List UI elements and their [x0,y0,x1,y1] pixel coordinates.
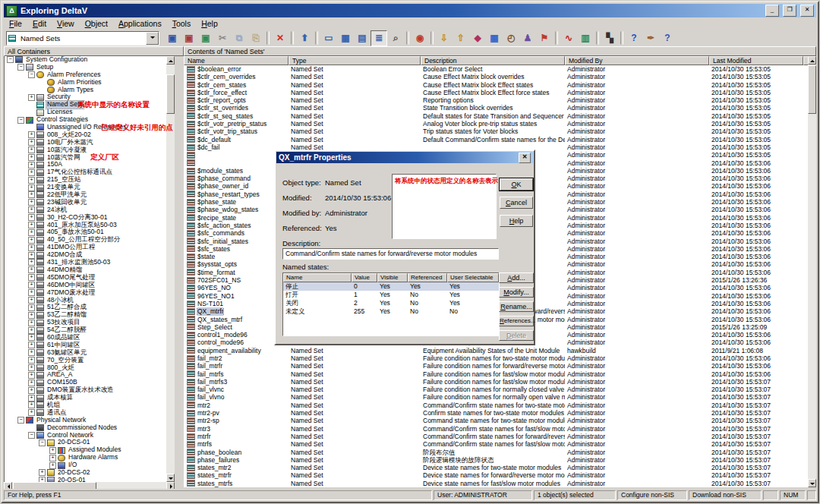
toolbar-icon[interactable] [555,31,558,45]
tree-expander-icon[interactable]: + [28,169,35,176]
tree-vscroll-thumb[interactable] [166,74,175,114]
about-icon[interactable]: ? [626,30,642,46]
total-view-icon[interactable]: ◉ [412,30,428,46]
col-visible[interactable]: Visible [377,273,408,282]
$ctlr_cem_states[interactable]: $ctlr_cem_states Named Set Cause Effect … [184,81,808,89]
tree-expander-icon[interactable]: + [28,349,35,356]
small-icons-view-icon[interactable]: ▦ [337,30,354,46]
tree-expander-icon[interactable]: − [17,64,24,71]
tree-expander-icon[interactable]: + [28,244,35,251]
toolbar-icon[interactable] [620,31,623,45]
mtr2-pv[interactable]: mtr2-pv Named Set Confirm state names fo… [184,409,808,417]
mtrfr[interactable]: mtrfr Named Set Command/Confirm state na… [184,433,808,440]
tree-expander-icon[interactable]: + [28,162,35,169]
diagnostics-icon[interactable]: ▚ [601,30,618,46]
tree-item[interactable]: + 48小冰机 [5,297,175,304]
tree-item[interactable]: + 51乙二醇合成 [5,304,175,311]
tree-item[interactable]: + 41DMO公用工程 [5,244,175,251]
$ctlr_st_overrides[interactable]: $ctlr_st_overrides Named Set State Trans… [184,104,808,112]
toolbar-icon[interactable] [406,31,409,45]
tree-item[interactable]: + 成本核算 [5,394,175,402]
states_mtrfr[interactable]: states_mtrfr Named Set Device state name… [184,471,808,479]
tree-expander-icon[interactable]: + [39,469,46,476]
minimize-button[interactable]: _ [765,5,779,17]
tree-expander-icon[interactable]: + [28,206,35,213]
tree-expander-icon[interactable]: + [49,447,56,454]
tree-item[interactable]: + 63氨罐区单元 [5,349,175,357]
list-view-icon[interactable]: ▤ [354,30,371,46]
tree-item[interactable]: + Hardware Alarms [5,454,175,461]
tree-expander-icon[interactable]: + [28,387,35,394]
scroll-down-icon[interactable] [166,474,175,482]
$ctlr_votr_pretrip_status[interactable]: $ctlr_votr_pretrip_status Named Set Anal… [184,120,808,128]
paste-icon[interactable]: ⎘ [248,30,264,46]
tree-expander-icon[interactable]: − [17,417,24,424]
module-class-icon[interactable]: ▣ [197,30,214,46]
未定义[interactable]: 未定义 255 Yes No No [283,307,499,316]
tree-expander-icon[interactable]: + [28,312,35,319]
tree-expander-icon[interactable]: − [28,432,35,439]
delete-button[interactable]: Delete [499,330,534,341]
tree-expander-icon[interactable]: − [28,71,35,78]
column-header[interactable]: Modified By [565,56,709,65]
fail_mtrfr[interactable]: fail_mtrfr Named Set Failure condition n… [184,362,808,370]
help-button[interactable]: Help [500,215,533,227]
toolbar-icon[interactable] [315,31,318,45]
books-online-icon[interactable]: ✒ [642,30,659,46]
dialog-close-button[interactable]: ✕ [519,153,531,163]
tree-expander-icon[interactable]: + [28,320,35,326]
tree-item[interactable]: + 22低甲洗单元 [5,191,175,199]
history-icon[interactable]: ▦ [486,30,503,46]
tree-expander-icon[interactable]: + [28,222,35,228]
menu-item[interactable]: File [4,18,27,29]
menu-item[interactable]: Object [80,18,113,29]
scroll-up-icon[interactable] [808,56,816,65]
tree-expander-icon[interactable]: + [28,259,35,266]
lock-unlock-icon[interactable]: ◴ [503,30,519,46]
col-name[interactable]: Name [283,273,352,282]
tree-item[interactable]: + 54乙二醇脱醛 [5,326,175,334]
$dc_default[interactable]: $dc_default Named Set Default Command/Co… [184,136,808,143]
tree-item[interactable]: + 53技改项目 [5,319,175,326]
tree-expander-icon[interactable]: + [28,252,35,259]
cut-icon[interactable]: ✂ [214,30,231,46]
column-header[interactable]: Last Modified [709,56,803,65]
list-vertical-scrollbar[interactable] [808,56,816,487]
tree-expander-icon[interactable]: + [28,380,35,386]
tree-expander-icon[interactable]: + [28,357,35,364]
tree-expander-icon[interactable]: + [28,139,35,146]
tree-item[interactable]: Alarm Types [5,87,175,94]
fail_mtr2[interactable]: fail_mtr2 Named Set Failure condition na… [184,354,808,362]
tree-item[interactable]: + 20-OS-01 [5,477,175,482]
tree-expander-icon[interactable]: + [28,154,35,161]
mtr2-sp[interactable]: mtr2-sp Named Set Command state names fo… [184,417,808,424]
fail_vlvno[interactable]: fail_vlvno Named Set Failure condition n… [184,393,808,401]
tree-expander-icon[interactable]: + [28,402,35,408]
phase_failures[interactable]: phase_failures Named Set 阶段逻辑模块的故障状态 Adm… [184,456,808,464]
scroll-up-icon[interactable] [166,56,175,65]
modify-button[interactable]: Modify... [499,287,534,298]
mtr2[interactable]: mtr2 Named Set Command/Confirm state nam… [184,402,808,409]
停止[interactable]: 停止 0 Yes Yes Yes [283,282,499,291]
column-header[interactable]: Type [289,56,421,65]
panel-splitter[interactable] [175,56,184,491]
tree-item[interactable]: + AREA_A [5,371,175,379]
toolbar-icon[interactable] [266,31,270,45]
tree-expander-icon[interactable]: + [28,266,35,273]
tree-item[interactable]: + 20-DCS-02 [5,469,175,477]
tree-expander-icon[interactable]: + [28,395,35,402]
menu-item[interactable]: Applications [113,18,167,29]
menu-item[interactable]: Edit [27,18,52,29]
tree-item[interactable]: + 53乙二醇精馏 [5,311,175,319]
tree-item[interactable]: + DMO装置废水技术改造 [5,386,175,394]
large-icons-view-icon[interactable]: ▭ [320,30,337,46]
tree-item[interactable]: + 17气化公控指标通讯点 [5,169,175,176]
ok-button[interactable]: OK [500,178,533,191]
toolbar-icon[interactable] [291,31,294,45]
toolbar-icon[interactable] [430,31,434,45]
cancel-button[interactable]: Cancel [500,197,533,209]
tree-expander-icon[interactable]: + [28,409,35,416]
container-module-icon[interactable]: ▣ [164,30,181,46]
tree-expander-icon[interactable]: − [39,439,46,446]
tree-vertical-scrollbar[interactable] [166,56,175,482]
